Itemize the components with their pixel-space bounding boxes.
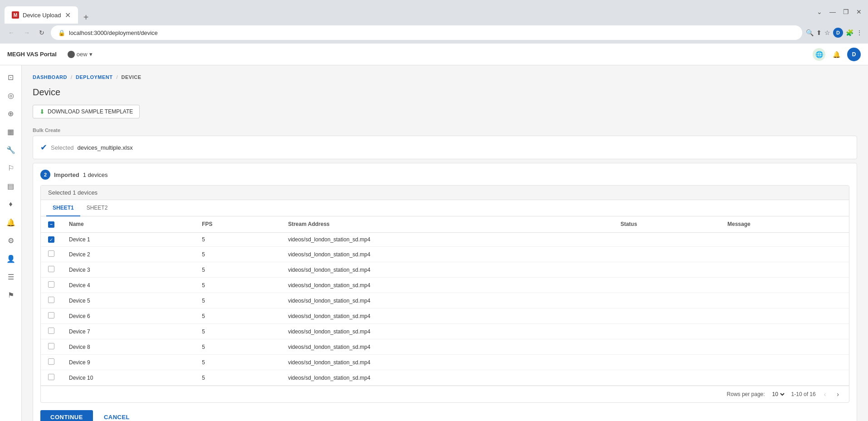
- sidebar-item-alerts[interactable]: 🔔: [3, 214, 19, 230]
- user-avatar[interactable]: D: [847, 48, 861, 61]
- cancel-button[interactable]: CANCEL: [98, 410, 136, 421]
- header-icons: 🌐 🔔 D: [813, 48, 861, 61]
- browser-tabs: M Device Upload ✕ +: [5, 0, 93, 24]
- bell-icon[interactable]: 🔔: [830, 48, 843, 61]
- sidebar-item-grid[interactable]: ▦: [3, 123, 19, 140]
- org-selector[interactable]: oew ▾: [68, 51, 93, 58]
- breadcrumb-deployment[interactable]: DEPLOYMENT: [76, 74, 112, 80]
- win-restore[interactable]: ❐: [841, 6, 851, 17]
- row-fps: 5: [195, 262, 281, 278]
- new-tab-btn[interactable]: +: [80, 11, 93, 24]
- bookmark-icon[interactable]: ☆: [824, 29, 830, 36]
- win-chevron[interactable]: ⌄: [815, 6, 824, 17]
- win-close[interactable]: ✕: [854, 6, 863, 17]
- row-name: Device 2: [62, 247, 195, 262]
- tab-sheet2[interactable]: SHEET2: [80, 200, 114, 216]
- row-checkbox[interactable]: [48, 266, 54, 272]
- url-bar[interactable]: 🔒 localhost:3000/deployment/device: [51, 25, 802, 40]
- continue-button[interactable]: CONTINUE: [40, 410, 93, 421]
- breadcrumb-dashboard[interactable]: DASHBOARD: [33, 74, 67, 80]
- row-checkbox-cell: [41, 262, 62, 278]
- row-name: Device 7: [62, 324, 195, 339]
- row-message: [720, 247, 849, 262]
- row-fps: 5: [195, 247, 281, 262]
- th-fps: FPS: [195, 216, 281, 232]
- sidebar-item-flag[interactable]: ⚐: [3, 160, 19, 176]
- sidebar-item-tools[interactable]: 🔧: [3, 142, 19, 158]
- notifications-globe-icon[interactable]: 🌐: [813, 48, 825, 61]
- extension-icon[interactable]: 🧩: [846, 29, 853, 36]
- tab-title: Device Upload: [23, 12, 61, 19]
- profile-icon[interactable]: D: [833, 28, 843, 38]
- sidebar-item-settings[interactable]: ⚙: [3, 232, 19, 249]
- row-name: Device 4: [62, 278, 195, 293]
- download-template-btn[interactable]: ⬇ DOWNLOAD SAMPLE TEMPLATE: [33, 105, 140, 118]
- breadcrumb-sep-2: /: [116, 74, 117, 80]
- search-icon[interactable]: 🔍: [806, 29, 814, 36]
- table-row: Device 6 5 videos/sd_london_station_sd.m…: [41, 308, 849, 324]
- row-status: [613, 324, 720, 339]
- row-checkbox[interactable]: [48, 343, 54, 349]
- reload-btn[interactable]: ↻: [36, 27, 47, 38]
- row-name: Device 1: [62, 232, 195, 247]
- step2-header: 2 Imported 1 devices: [40, 170, 849, 180]
- rows-per-page-select[interactable]: 10 25 50: [770, 391, 786, 398]
- sidebar-item-add[interactable]: ⊕: [3, 105, 19, 122]
- row-checkbox-cell: [41, 370, 62, 386]
- step1-filename: devices_multiple.xlsx: [78, 144, 133, 151]
- row-fps: 5: [195, 308, 281, 324]
- prev-page-btn[interactable]: ‹: [821, 390, 829, 399]
- row-checkbox[interactable]: [48, 312, 54, 318]
- sidebar-item-users[interactable]: 👤: [3, 250, 19, 267]
- row-status: [613, 232, 720, 247]
- page-title: Device: [33, 87, 857, 98]
- sidebar-item-deploy[interactable]: ⚑: [3, 287, 19, 303]
- table-row: Device 9 5 videos/sd_london_station_sd.m…: [41, 355, 849, 370]
- row-fps: 5: [195, 232, 281, 247]
- row-checkbox-cell: [41, 355, 62, 370]
- step1-row: ✔ Selected devices_multiple.xlsx: [40, 142, 849, 152]
- row-checkbox-cell: [41, 339, 62, 355]
- table-wrapper: Selected 1 devices SHEET1 SHEET2 – Name: [40, 185, 849, 403]
- pagination-bar: Rows per page: 10 25 50 1-10 of 16 ‹ ›: [41, 386, 849, 402]
- share-icon[interactable]: ⬆: [816, 29, 822, 36]
- select-all-checkbox[interactable]: –: [48, 221, 54, 228]
- row-stream: videos/sd_london_station_sd.mp4: [281, 293, 613, 308]
- table-row: Device 7 5 videos/sd_london_station_sd.m…: [41, 324, 849, 339]
- active-tab[interactable]: M Device Upload ✕: [5, 6, 78, 24]
- row-checkbox[interactable]: ✓: [48, 236, 54, 243]
- win-minimize[interactable]: —: [828, 6, 838, 17]
- row-checkbox[interactable]: [48, 328, 54, 334]
- sidebar-item-table[interactable]: ▤: [3, 178, 19, 194]
- row-message: [720, 324, 849, 339]
- row-checkbox[interactable]: [48, 374, 54, 380]
- sidebar-item-analytics[interactable]: ◎: [3, 87, 19, 103]
- sidebar: ⊡ ◎ ⊕ ▦ 🔧 ⚐ ▤ ♦ 🔔 ⚙ 👤 ☰ ⚑: [0, 65, 22, 421]
- tab-favicon: M: [12, 11, 19, 19]
- row-name: Device 9: [62, 355, 195, 370]
- next-page-btn[interactable]: ›: [834, 390, 842, 399]
- menu-icon[interactable]: ⋮: [856, 29, 863, 36]
- table-header-row: – Name FPS Stream Address Status Message: [41, 216, 849, 232]
- forward-btn[interactable]: →: [21, 27, 33, 38]
- sidebar-item-menu[interactable]: ☰: [3, 269, 19, 285]
- back-btn[interactable]: ←: [5, 27, 17, 38]
- row-fps: 5: [195, 339, 281, 355]
- row-checkbox[interactable]: [48, 281, 54, 288]
- row-fps: 5: [195, 370, 281, 386]
- selected-count-bar: Selected 1 devices: [41, 186, 849, 200]
- row-status: [613, 293, 720, 308]
- row-checkbox[interactable]: [48, 358, 54, 365]
- row-status: [613, 278, 720, 293]
- tab-sheet1[interactable]: SHEET1: [46, 200, 80, 216]
- sidebar-item-diamond[interactable]: ♦: [3, 196, 19, 212]
- sidebar-item-dashboard[interactable]: ⊡: [3, 69, 19, 85]
- row-name: Device 6: [62, 308, 195, 324]
- row-checkbox[interactable]: [48, 297, 54, 303]
- row-checkbox[interactable]: [48, 250, 54, 257]
- org-dot: [68, 51, 75, 58]
- rows-per-page-label: Rows per page:: [727, 391, 765, 397]
- devices-table: – Name FPS Stream Address Status Message…: [41, 216, 849, 386]
- tab-close-btn[interactable]: ✕: [65, 11, 71, 20]
- table-row: ✓ Device 1 5 videos/sd_london_station_sd…: [41, 232, 849, 247]
